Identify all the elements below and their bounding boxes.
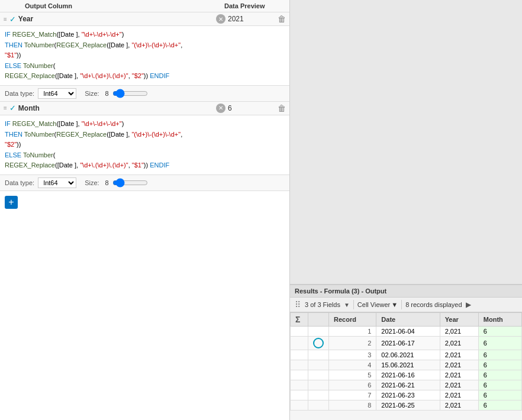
table-header-row: Σ Record Date Year Month	[291, 313, 522, 327]
row-year: 2,021	[440, 337, 478, 350]
table-row: 22021-06-172,0216	[291, 337, 522, 350]
month-datatype-row: Data type: Int64 String Double Size: 8	[0, 175, 289, 190]
clear-year-button[interactable]: ✕	[216, 14, 225, 24]
results-table: Σ Record Date Year Month 12021-06-042,02…	[290, 312, 522, 411]
row-icon-cell	[308, 380, 329, 390]
results-toolbar: ⠿ 3 of 3 Fields ▼ Cell Viewer ▼ 8 record…	[290, 298, 522, 312]
row-month: 6	[478, 390, 521, 400]
year-size-value: 8	[105, 90, 109, 97]
month-formula-body: IF REGEX_Match([Date ], "\d+\-\d+\-\d+")…	[0, 115, 289, 175]
results-header: Results - Formula (3) - Output	[290, 285, 522, 298]
main-container: Output Column Data Preview ≡ ✓ Year ✕ 20…	[0, 0, 522, 420]
month-datatype-label: Data type:	[5, 179, 34, 186]
table-row: 82021-06-252,0216	[291, 400, 522, 411]
row-sigma-cell	[291, 400, 308, 411]
canvas-area: fx Year = IF REGEX_Match ([Date], "\d+\-…	[290, 0, 522, 284]
row-year: 2,021	[440, 380, 478, 390]
row-date: 2021-06-17	[376, 337, 440, 350]
row-date: 2021-06-21	[376, 380, 440, 390]
year-size-slider[interactable]	[112, 89, 148, 98]
row-record: 3	[329, 350, 376, 360]
row-year: 2,021	[440, 400, 478, 411]
month-formula-line-5: REGEX_Replace([Date ], "\d+\.(\d+)\.(\d+…	[5, 160, 285, 171]
add-column-button[interactable]: +	[5, 196, 18, 209]
month-formula-line-4: ELSE ToNumber(	[5, 150, 285, 161]
row-sigma-cell	[291, 380, 308, 390]
row-year: 2,021	[440, 327, 478, 337]
row-icon-cell	[308, 327, 329, 337]
th-record: Record	[329, 313, 376, 327]
table-row: 12021-06-042,0216	[291, 327, 522, 337]
row-year: 2,021	[440, 360, 478, 370]
row-icon-cell	[308, 350, 329, 360]
table-row: 72021-06-232,0216	[291, 390, 522, 400]
row-date: 15.06.2021	[376, 360, 440, 370]
fields-label: 3 of 3 Fields	[305, 301, 340, 308]
toolbar-sep-1	[353, 300, 354, 309]
row-icon-cell	[308, 390, 329, 400]
th-icon	[308, 313, 329, 327]
data-table-wrapper: Σ Record Date Year Month 12021-06-042,02…	[290, 312, 522, 420]
fields-chevron-button[interactable]: ▼	[344, 302, 350, 308]
right-panel: fx Year = IF REGEX_Match ([Date], "\d+\-…	[290, 0, 522, 420]
month-size-label: Size:	[85, 179, 99, 186]
delete-month-button[interactable]: 🗑	[278, 104, 286, 113]
check-icon-year: ✓	[9, 15, 16, 24]
sigma-icon: Σ	[295, 315, 300, 324]
th-date: Date	[376, 313, 440, 327]
row-select-icon[interactable]	[313, 338, 324, 348]
row-month: 6	[478, 360, 521, 370]
delete-year-button[interactable]: 🗑	[278, 14, 286, 24]
row-sigma-cell	[291, 370, 308, 380]
year-formula-body: IF REGEX_Match([Date ], "\d+\-\d+\-\d+")…	[0, 26, 289, 85]
row-record: 7	[329, 390, 376, 400]
th-sigma: Σ	[291, 313, 308, 327]
year-formula-line-5: REGEX_Replace([Date ], "\d+\.(\d+)\.(\d+…	[5, 71, 285, 82]
row-month: 6	[478, 327, 521, 337]
th-month: Month	[478, 313, 521, 327]
cell-viewer-label: Cell Viewer	[357, 301, 390, 308]
toolbar-sep-2	[401, 300, 402, 309]
th-year: Year	[440, 313, 478, 327]
left-panel: Output Column Data Preview ≡ ✓ Year ✕ 20…	[0, 0, 290, 420]
row-sigma-cell	[291, 390, 308, 400]
row-year: 2,021	[440, 350, 478, 360]
row-record: 8	[329, 400, 376, 411]
output-column-header: Output Column	[25, 2, 222, 9]
table-row: 302.06.20212,0216	[291, 350, 522, 360]
row-record: 4	[329, 360, 376, 370]
month-datatype-select[interactable]: Int64 String Double	[38, 177, 76, 188]
kw-if-1: IF	[5, 31, 12, 38]
month-formula-line-3: "$2"))	[5, 140, 285, 150]
drag-handle-month[interactable]: ≡	[4, 105, 7, 111]
month-size-slider[interactable]	[112, 178, 148, 188]
table-body: 12021-06-042,021622021-06-172,0216302.06…	[291, 327, 522, 411]
row-sigma-cell	[291, 337, 308, 350]
year-formula-line-4: ELSE ToNumber(	[5, 61, 285, 72]
cell-viewer-button[interactable]: Cell Viewer ▼	[357, 301, 398, 308]
results-title: Results - Formula (3) - Output	[295, 287, 386, 295]
row-month: 6	[478, 380, 521, 390]
table-row: 52021-06-162,0216	[291, 370, 522, 380]
month-formula-line-1: IF REGEX_Match([Date ], "\d+\-\d+\-\d+")	[5, 119, 285, 130]
row-date: 2021-06-16	[376, 370, 440, 380]
drag-handle-year[interactable]: ≡	[4, 16, 7, 22]
clear-month-button[interactable]: ✕	[216, 104, 225, 113]
check-icon-month: ✓	[9, 104, 16, 112]
row-record: 1	[329, 327, 376, 337]
row-icon-cell	[308, 360, 329, 370]
results-nav-button[interactable]: ▶	[466, 301, 471, 309]
data-preview-header: Data Preview	[224, 2, 272, 9]
row-sigma-cell	[291, 360, 308, 370]
row-month: 6	[478, 337, 521, 350]
results-panel: Results - Formula (3) - Output ⠿ 3 of 3 …	[290, 284, 522, 420]
year-datatype-select[interactable]: Int64 String Double	[38, 88, 76, 99]
row-icon-cell	[308, 370, 329, 380]
row-icon-cell	[308, 400, 329, 411]
year-formula-line-2: THEN ToNumber(REGEX_Replace([Date ], "(\…	[5, 40, 285, 51]
month-formula-line-2: THEN ToNumber(REGEX_Replace([Date ], "(\…	[5, 130, 285, 140]
row-date: 2021-06-25	[376, 400, 440, 411]
year-formula-block: ≡ ✓ Year ✕ 2021 🗑 IF REGEX_Match([Date ]…	[0, 12, 289, 102]
row-record: 6	[329, 380, 376, 390]
year-col-name: Year	[18, 15, 214, 23]
